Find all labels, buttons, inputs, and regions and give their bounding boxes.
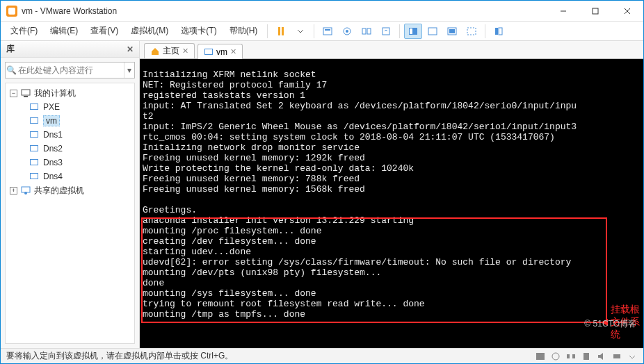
home-icon xyxy=(150,47,160,56)
menu-file[interactable]: 文件(F) xyxy=(5,22,43,40)
menu-vm[interactable]: 虚拟机(M) xyxy=(125,22,174,40)
tree-root-my-computer[interactable]: − 我的计算机 xyxy=(6,86,134,100)
svg-rect-1 xyxy=(593,8,598,14)
svg-rect-22 xyxy=(24,96,28,97)
snapshot-button[interactable] xyxy=(338,24,356,39)
svg-rect-12 xyxy=(383,28,389,35)
search-dropdown-button[interactable]: ▾ xyxy=(124,63,134,78)
close-button[interactable] xyxy=(611,1,643,22)
sound-icon[interactable] xyxy=(596,351,607,361)
view-unity-button[interactable] xyxy=(424,24,442,39)
more-icon[interactable] xyxy=(627,351,638,361)
send-ctrl-alt-del-button[interactable] xyxy=(319,24,337,39)
svg-rect-30 xyxy=(31,146,38,151)
svg-rect-11 xyxy=(367,28,371,34)
svg-rect-4 xyxy=(278,27,280,35)
svg-rect-20 xyxy=(499,28,502,35)
tab-vm[interactable]: vm ✕ xyxy=(198,44,243,59)
vm-icon xyxy=(29,158,40,167)
svg-point-36 xyxy=(24,192,27,195)
snapshot-manager-button[interactable] xyxy=(357,24,376,39)
svg-rect-44 xyxy=(613,354,620,358)
vm-tree[interactable]: − 我的计算机 PXEvmDns1Dns2Dns3Dns4 + 共享的虚拟机 xyxy=(5,83,135,344)
svg-rect-15 xyxy=(428,28,437,35)
tree-vm-vm[interactable]: vm xyxy=(6,114,134,128)
shared-icon xyxy=(20,185,31,195)
pause-button[interactable] xyxy=(272,24,290,39)
separator xyxy=(399,24,400,38)
tree-root-label: 我的计算机 xyxy=(34,88,76,99)
tree-vm-label: Dns4 xyxy=(43,172,63,181)
tree-vm-dns4[interactable]: Dns4 xyxy=(6,169,134,183)
power-dropdown[interactable] xyxy=(291,24,309,39)
tree-vm-dns1[interactable]: Dns1 xyxy=(6,128,134,142)
svg-point-9 xyxy=(346,30,348,33)
vm-icon xyxy=(29,130,40,140)
search-input[interactable] xyxy=(17,65,124,76)
sidebar-header: 库 ✕ xyxy=(1,41,139,58)
tree-vm-pxe[interactable]: PXE xyxy=(6,100,134,114)
svg-rect-28 xyxy=(31,132,38,137)
svg-rect-5 xyxy=(282,27,284,35)
view-fullscreen-button[interactable] xyxy=(443,24,461,39)
sidebar-title: 库 xyxy=(6,43,15,55)
svg-rect-7 xyxy=(325,29,330,31)
svg-rect-43 xyxy=(583,353,589,360)
svg-rect-38 xyxy=(205,49,212,54)
computer-icon xyxy=(20,88,31,98)
revert-button[interactable] xyxy=(377,24,395,39)
expand-icon[interactable]: + xyxy=(10,187,17,195)
menu-tabs[interactable]: 选项卡(T) xyxy=(175,22,222,40)
menu-view[interactable]: 查看(V) xyxy=(85,22,124,40)
tree-vm-dns3[interactable]: Dns3 xyxy=(6,156,134,169)
svg-rect-21 xyxy=(22,90,30,95)
cd-icon[interactable] xyxy=(550,351,561,361)
svg-rect-10 xyxy=(362,28,366,34)
svg-rect-35 xyxy=(22,187,30,192)
library-toggle-button[interactable] xyxy=(490,24,508,39)
maximize-icon xyxy=(592,8,599,15)
menu-help[interactable]: 帮助(H) xyxy=(224,22,264,40)
vm-icon xyxy=(204,47,214,57)
tab-home[interactable]: 主页 ✕ xyxy=(144,43,195,58)
svg-rect-32 xyxy=(31,160,38,165)
tab-home-label: 主页 xyxy=(163,45,179,57)
tab-close-button[interactable]: ✕ xyxy=(182,47,188,56)
search-icon: 🔍 xyxy=(6,65,17,75)
collapse-icon[interactable]: − xyxy=(10,90,17,97)
tab-close-button[interactable]: ✕ xyxy=(230,47,236,56)
titlebar: vm - VMware Workstation xyxy=(1,1,643,22)
svg-point-40 xyxy=(552,353,559,360)
menubar: 文件(F) 编辑(E) 查看(V) 虚拟机(M) 选项卡(T) 帮助(H) xyxy=(1,22,643,41)
tree-vm-label: PXE xyxy=(43,102,60,112)
printer-icon[interactable] xyxy=(611,351,622,361)
svg-rect-24 xyxy=(31,104,38,109)
vm-icon xyxy=(29,116,40,126)
status-icons xyxy=(535,351,638,361)
console-output: Initializing XFRM netlink socket NET: Re… xyxy=(140,68,643,339)
tree-vm-label: Dns1 xyxy=(43,130,63,140)
sidebar-close-button[interactable]: ✕ xyxy=(127,44,134,54)
disk-icon[interactable] xyxy=(535,351,546,361)
menu-edit[interactable]: 编辑(E) xyxy=(45,22,83,40)
tree-shared-label: 共享的虚拟机 xyxy=(34,185,84,197)
maximize-button[interactable] xyxy=(579,1,611,22)
network-icon[interactable] xyxy=(565,351,577,361)
app-logo-icon xyxy=(6,6,17,17)
usb-icon[interactable] xyxy=(581,351,592,361)
tree-vm-label: Dns3 xyxy=(43,158,63,167)
tree-shared-vms[interactable]: + 共享的虚拟机 xyxy=(6,183,134,197)
svg-rect-6 xyxy=(323,28,332,35)
minimize-icon xyxy=(560,8,567,15)
search-box[interactable]: 🔍 ▾ xyxy=(5,62,135,78)
view-console-button[interactable] xyxy=(404,24,422,39)
tree-vm-label: vm xyxy=(43,115,60,126)
svg-rect-42 xyxy=(572,354,575,358)
tree-vm-dns2[interactable]: Dns2 xyxy=(6,142,134,156)
console-area[interactable]: Initializing XFRM netlink socket NET: Re… xyxy=(140,59,643,348)
svg-rect-41 xyxy=(567,354,570,358)
separator xyxy=(485,24,485,38)
minimize-button[interactable] xyxy=(547,1,579,22)
view-stretch-button[interactable] xyxy=(462,24,481,39)
window-title: vm - VMware Workstation xyxy=(22,6,547,16)
